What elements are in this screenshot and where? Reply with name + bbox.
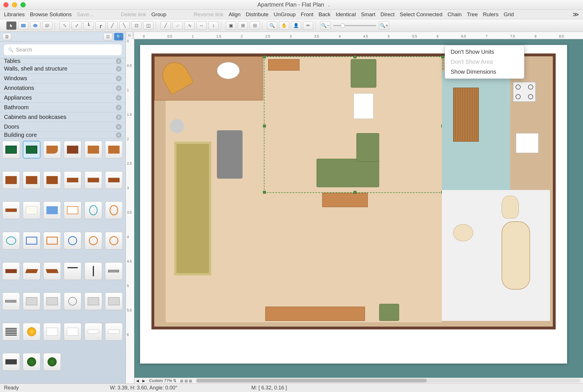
- minimize-window-button[interactable]: [12, 2, 17, 7]
- library-category-walls[interactable]: Walls, shell and structure×: [0, 64, 126, 74]
- shape-item[interactable]: [85, 141, 102, 158]
- dining-table[interactable]: [453, 88, 479, 142]
- shape-item[interactable]: [43, 323, 61, 341]
- shape-item[interactable]: [64, 262, 81, 280]
- shape-item[interactable]: [23, 232, 40, 249]
- library-category-annotations[interactable]: Annotations×: [0, 83, 126, 93]
- shape-item[interactable]: [43, 262, 61, 280]
- shape-item[interactable]: [105, 262, 123, 280]
- sidebar-list-button[interactable]: ☷: [103, 33, 112, 40]
- library-category-bathroom[interactable]: Bathroom×: [0, 103, 126, 112]
- menu-group[interactable]: Group: [151, 11, 167, 18]
- dim-v-button[interactable]: ↕: [208, 21, 219, 30]
- sidebar-search-button[interactable]: 🔍: [114, 33, 123, 40]
- connector-6-button[interactable]: ╲: [119, 21, 130, 30]
- zoom-level-label[interactable]: Custom 77%: [149, 378, 172, 383]
- shape-item[interactable]: [2, 262, 20, 280]
- menu-show-dimensions[interactable]: Show Dimensions: [445, 67, 524, 77]
- toilet[interactable]: [502, 196, 519, 218]
- shape-item[interactable]: [64, 292, 81, 310]
- shape-item[interactable]: [2, 171, 20, 189]
- cabinet-top[interactable]: [268, 59, 299, 71]
- menu-chain[interactable]: Chain: [447, 11, 462, 18]
- eyedropper-tool-button[interactable]: ✏: [303, 21, 313, 30]
- bath-sink[interactable]: [453, 224, 473, 241]
- shape-item[interactable]: [85, 201, 102, 219]
- dim-h-button[interactable]: ↔: [196, 21, 207, 30]
- library-category-windows[interactable]: Windows×: [0, 74, 126, 83]
- menu-dont-show-units[interactable]: Don't Show Units: [445, 47, 524, 57]
- nav-next-icon[interactable]: ▶: [141, 379, 147, 383]
- rug[interactable]: [174, 142, 211, 275]
- zoom-in-button[interactable]: 🔍+: [379, 21, 389, 30]
- menu-align[interactable]: Align: [229, 11, 241, 18]
- shape-item[interactable]: [23, 323, 40, 341]
- shape-item[interactable]: [85, 292, 102, 310]
- shape-item[interactable]: [2, 232, 20, 249]
- close-icon[interactable]: ×: [116, 124, 122, 130]
- shape-item[interactable]: [64, 141, 81, 158]
- shape-item-selected[interactable]: [23, 141, 40, 158]
- shape-item[interactable]: [105, 171, 123, 189]
- menu-tree[interactable]: Tree: [467, 11, 478, 18]
- sofa-green-1[interactable]: [351, 59, 376, 88]
- sofa-sectional-2[interactable]: [356, 133, 379, 162]
- ottoman[interactable]: [379, 304, 399, 321]
- close-icon[interactable]: ×: [116, 95, 122, 101]
- library-category-cabinets[interactable]: Cabinets and bookcases×: [0, 112, 126, 122]
- close-window-button[interactable]: [3, 2, 9, 7]
- shape-item[interactable]: [64, 323, 81, 341]
- group-select-3-button[interactable]: ⊟: [250, 21, 260, 30]
- shape-item[interactable]: [64, 232, 81, 249]
- close-icon[interactable]: ×: [116, 132, 122, 138]
- menu-overflow-icon[interactable]: ≫: [572, 11, 579, 18]
- kitchen-sink[interactable]: [516, 133, 539, 153]
- line-tool-button[interactable]: ╱: [161, 21, 171, 30]
- sofa-grey[interactable]: [217, 130, 243, 179]
- library-category-doors[interactable]: Doors×: [0, 122, 126, 132]
- shape-item[interactable]: [105, 232, 123, 249]
- pan-tool-button[interactable]: ✋: [279, 21, 289, 30]
- room-living[interactable]: [264, 56, 442, 322]
- shape-item[interactable]: [2, 141, 20, 158]
- connector-4-button[interactable]: ┏: [95, 21, 106, 30]
- connector-1-button[interactable]: ⤡: [59, 21, 70, 30]
- menu-delete-link[interactable]: Delete link: [121, 11, 146, 18]
- nav-prev-icon[interactable]: ◀: [134, 379, 141, 383]
- close-icon[interactable]: ×: [116, 105, 122, 110]
- shape-item[interactable]: [2, 201, 20, 219]
- menu-rulers[interactable]: Rulers: [483, 11, 498, 18]
- canvas[interactable]: Don't Show Units Don't Show Area Show Di…: [134, 39, 583, 378]
- zoom-stepper-icon[interactable]: ⇅: [173, 378, 176, 383]
- menu-select-connected[interactable]: Select Connected: [400, 11, 442, 18]
- pointer-tool-button[interactable]: [6, 21, 17, 30]
- shape-item[interactable]: [23, 353, 40, 371]
- connector-2-button[interactable]: ⤢: [71, 21, 82, 30]
- zoom-out-button[interactable]: 🔍−: [320, 21, 330, 30]
- library-search-input[interactable]: Search: [4, 44, 122, 55]
- menu-smart[interactable]: Smart: [361, 11, 375, 18]
- sink-entry[interactable]: [217, 62, 240, 79]
- shape-item[interactable]: [23, 262, 40, 280]
- shape-item[interactable]: [23, 171, 40, 189]
- shape-item[interactable]: [43, 353, 61, 371]
- office-chair[interactable]: [170, 119, 184, 133]
- sofa-sectional-1[interactable]: [317, 159, 379, 187]
- group-select-1-button[interactable]: ▣: [226, 21, 236, 30]
- shape-item[interactable]: [2, 323, 20, 341]
- menu-back[interactable]: Back: [319, 11, 330, 18]
- close-icon[interactable]: ×: [116, 58, 122, 64]
- horizontal-scrollbar[interactable]: [196, 379, 580, 383]
- shape-item[interactable]: [23, 292, 40, 310]
- shape-item[interactable]: [105, 201, 123, 219]
- shape-item[interactable]: [85, 323, 102, 341]
- shape-item[interactable]: [2, 292, 20, 310]
- close-icon[interactable]: ×: [116, 66, 122, 72]
- menu-distribute[interactable]: Distribute: [246, 11, 268, 18]
- menu-browse-solutions[interactable]: Browse Solutions: [30, 11, 72, 18]
- close-icon[interactable]: ×: [116, 114, 122, 120]
- text-tool-button[interactable]: [42, 21, 52, 30]
- stove[interactable]: [513, 82, 536, 102]
- fridge[interactable]: [354, 93, 373, 119]
- menu-direct[interactable]: Direct: [381, 11, 395, 18]
